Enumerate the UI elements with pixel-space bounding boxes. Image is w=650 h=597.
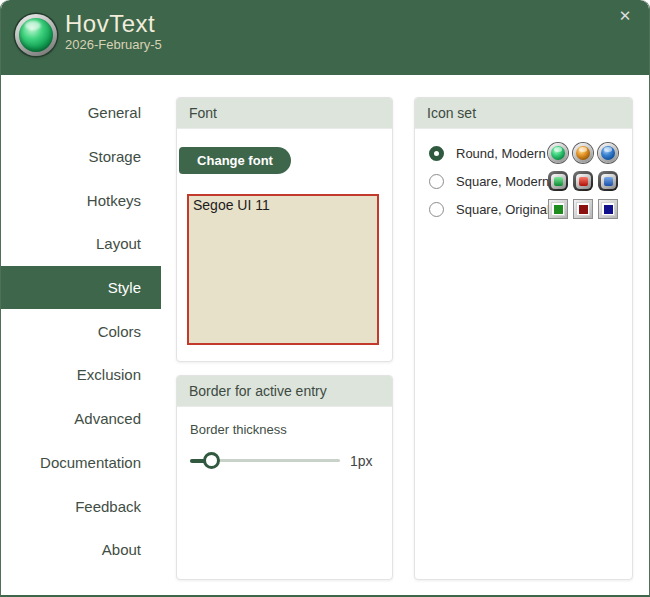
border-panel-title: Border for active entry bbox=[177, 376, 392, 407]
sidebar-item-about[interactable]: About bbox=[1, 528, 161, 572]
border-thickness-label: Border thickness bbox=[190, 422, 287, 437]
red-square-flat-icon bbox=[573, 199, 593, 219]
hovtext-settings-window: HovText 2026-February-5 ✕ General Storag… bbox=[0, 0, 650, 597]
font-panel-title: Font bbox=[177, 98, 392, 129]
option-label: Square, Modern bbox=[456, 174, 549, 189]
blue-square-glossy-icon bbox=[598, 171, 618, 191]
sidebar-item-storage[interactable]: Storage bbox=[1, 135, 161, 179]
red-square-glossy-icon bbox=[573, 171, 593, 191]
radio-square-original[interactable] bbox=[429, 202, 444, 217]
sidebar-item-feedback[interactable]: Feedback bbox=[1, 484, 161, 528]
app-version-date: 2026-February-5 bbox=[65, 37, 162, 52]
border-panel: Border for active entry Border thickness… bbox=[176, 375, 393, 580]
logo-orb bbox=[19, 18, 53, 52]
option-label: Round, Modern bbox=[456, 146, 546, 161]
round-modern-preview-icons bbox=[548, 143, 618, 163]
square-modern-preview-icons bbox=[548, 171, 618, 191]
title-bar: HovText 2026-February-5 ✕ bbox=[1, 0, 649, 75]
green-square-flat-icon bbox=[548, 199, 568, 219]
square-original-preview-icons bbox=[548, 199, 618, 219]
hovtext-logo-icon bbox=[15, 14, 57, 56]
sidebar-item-colors[interactable]: Colors bbox=[1, 309, 161, 353]
blue-orb-icon bbox=[598, 143, 618, 163]
radio-round-modern[interactable] bbox=[429, 146, 444, 161]
sidebar-item-general[interactable]: General bbox=[1, 91, 161, 135]
slider-value: 1px bbox=[350, 453, 373, 469]
slider-handle[interactable] bbox=[203, 452, 220, 469]
sidebar-item-hotkeys[interactable]: Hotkeys bbox=[1, 178, 161, 222]
icon-set-option-square-modern: Square, Modern bbox=[415, 167, 632, 195]
font-preview-box: Segoe UI 11 bbox=[187, 194, 379, 345]
orange-orb-icon bbox=[573, 143, 593, 163]
font-panel: Font Change font Segoe UI 11 bbox=[176, 97, 393, 362]
green-orb-icon bbox=[548, 143, 568, 163]
sidebar-item-style[interactable]: Style bbox=[1, 266, 161, 310]
sidebar-item-documentation[interactable]: Documentation bbox=[1, 441, 161, 485]
border-thickness-slider: 1px bbox=[190, 446, 385, 474]
icon-set-option-round-modern: Round, Modern bbox=[415, 139, 632, 167]
green-square-glossy-icon bbox=[548, 171, 568, 191]
title-block: HovText 2026-February-5 bbox=[65, 11, 162, 52]
radio-square-modern[interactable] bbox=[429, 174, 444, 189]
close-icon[interactable]: ✕ bbox=[615, 6, 635, 26]
icon-set-panel: Icon set Round, Modern Square, Modern Sq… bbox=[414, 97, 633, 580]
sidebar-item-exclusion[interactable]: Exclusion bbox=[1, 353, 161, 397]
blue-square-flat-icon bbox=[598, 199, 618, 219]
icon-set-panel-title: Icon set bbox=[415, 98, 632, 129]
change-font-button[interactable]: Change font bbox=[179, 147, 291, 174]
sidebar-item-layout[interactable]: Layout bbox=[1, 222, 161, 266]
option-label: Square, Original bbox=[456, 202, 550, 217]
sidebar-nav: General Storage Hotkeys Layout Style Col… bbox=[1, 91, 161, 572]
app-title: HovText bbox=[65, 11, 162, 37]
icon-set-option-square-original: Square, Original bbox=[415, 195, 632, 223]
sidebar-item-advanced[interactable]: Advanced bbox=[1, 397, 161, 441]
